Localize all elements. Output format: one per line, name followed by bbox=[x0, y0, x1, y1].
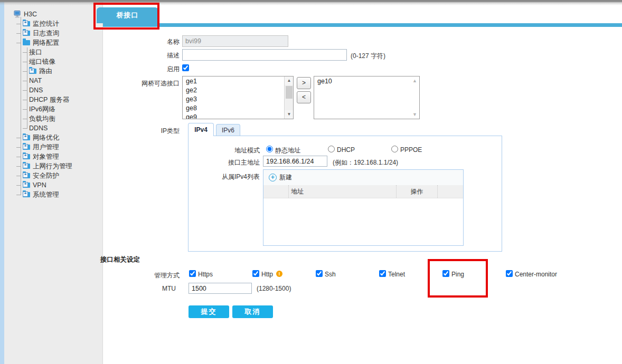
table-header: 地址 操作 bbox=[263, 185, 463, 198]
sidebar-item-nat[interactable]: NAT bbox=[13, 76, 103, 85]
folder-plus-icon bbox=[23, 145, 30, 150]
sidebar-item-interface[interactable]: 接口 bbox=[13, 47, 103, 57]
primary-addr-input[interactable] bbox=[263, 156, 327, 167]
bridge-ports-label: 网桥可选接口 bbox=[127, 79, 180, 88]
radio-dhcp-label[interactable]: DHCP bbox=[337, 146, 355, 154]
mtu-input[interactable] bbox=[189, 283, 252, 294]
list-item[interactable]: ge2 bbox=[183, 86, 284, 95]
checkbox-https[interactable] bbox=[189, 270, 196, 277]
sidebar-item-port-mirror[interactable]: 端口镜像 bbox=[13, 57, 103, 66]
top-shadow bbox=[0, 0, 622, 5]
mtu-label: MTU bbox=[123, 285, 176, 292]
remove-port-button[interactable]: < bbox=[297, 91, 311, 103]
cancel-button[interactable]: 取消 bbox=[232, 305, 273, 318]
sidebar-item-log-query[interactable]: 日志查询 bbox=[13, 28, 103, 38]
checkbox-https-label[interactable]: Https bbox=[198, 271, 213, 278]
column-address: 地址 bbox=[289, 185, 397, 198]
nav-tree: H3C 监控统计 日志查询 网络配置 接口 端口镜像 路由 bbox=[4, 9, 103, 199]
checkbox-ssh[interactable] bbox=[316, 270, 323, 277]
sidebar-item-dhcp-server[interactable]: DHCP 服务器 bbox=[13, 95, 103, 104]
sidebar-item-network-config[interactable]: 网络配置 bbox=[13, 38, 103, 47]
annotation-box-ping bbox=[428, 259, 488, 298]
sidebar-item-object-mgmt[interactable]: 对象管理 bbox=[13, 152, 103, 161]
radio-pppoe-label[interactable]: PPPOE bbox=[400, 146, 422, 154]
mgmt-label: 管理方式 bbox=[127, 271, 180, 280]
folder-plus-icon bbox=[23, 183, 30, 188]
folder-plus-icon bbox=[23, 192, 30, 197]
sidebar-item-user-mgmt[interactable]: 用户管理 bbox=[13, 142, 103, 152]
new-button[interactable]: 新建 bbox=[263, 170, 463, 185]
list-item[interactable]: ge3 bbox=[183, 95, 284, 104]
checkbox-center-monitor[interactable] bbox=[506, 270, 513, 277]
folder-plus-icon bbox=[23, 31, 30, 36]
sidebar-item-vpn[interactable]: VPN bbox=[13, 180, 103, 190]
tab-underline-bar bbox=[103, 23, 622, 27]
radio-dhcp[interactable] bbox=[328, 146, 335, 152]
radio-static-label[interactable]: 静态地址 bbox=[275, 146, 300, 155]
scroll-down-icon[interactable]: ▼ bbox=[285, 110, 294, 119]
primary-addr-label: 接口主地址 bbox=[207, 158, 260, 167]
enable-checkbox[interactable] bbox=[182, 64, 189, 71]
name-input bbox=[182, 35, 288, 47]
sidebar-item-load-balance[interactable]: 负载均衡 bbox=[13, 114, 103, 123]
list-item[interactable]: ge8 bbox=[183, 104, 284, 113]
sidebar-item-system-mgmt[interactable]: 系统管理 bbox=[13, 190, 103, 199]
column-operation: 操作 bbox=[397, 185, 438, 198]
folder-plus-icon bbox=[29, 69, 36, 74]
tab-bridge-interface[interactable]: 桥接口 bbox=[97, 7, 158, 23]
scroll-up-icon: ▲ bbox=[412, 78, 417, 83]
add-port-button[interactable]: > bbox=[297, 77, 311, 89]
sidebar-item-security[interactable]: 安全防护 bbox=[13, 171, 103, 180]
mtu-hint: (1280-1500) bbox=[257, 285, 291, 292]
folder-plus-icon bbox=[23, 135, 30, 140]
available-ports-listbox[interactable]: ge1 ge2 ge3 ge8 ge9 ▲ ▼ bbox=[182, 76, 294, 119]
selected-ports-listbox[interactable]: ge10 ▲ ▼ bbox=[314, 76, 420, 119]
folder-plus-icon bbox=[23, 21, 30, 26]
tree-root-h3c[interactable]: H3C bbox=[13, 9, 103, 19]
list-item[interactable]: ge10 bbox=[314, 77, 410, 86]
sidebar: H3C 监控统计 日志查询 网络配置 接口 端口镜像 路由 bbox=[4, 0, 103, 364]
scroll-up-icon[interactable]: ▲ bbox=[285, 76, 294, 85]
submit-button[interactable]: 提交 bbox=[189, 305, 229, 318]
plus-circle-icon bbox=[269, 174, 277, 181]
checkbox-ssh-label[interactable]: Ssh bbox=[325, 271, 336, 278]
ip-type-label: IP类型 bbox=[127, 127, 180, 136]
scrollbar[interactable]: ▲ ▼ bbox=[284, 76, 293, 119]
secondary-list-label: 从属IPv4列表 bbox=[207, 173, 260, 181]
sidebar-item-behavior-mgmt[interactable]: 上网行为管理 bbox=[13, 161, 103, 171]
sidebar-item-monitor-stats[interactable]: 监控统计 bbox=[13, 19, 103, 28]
checkbox-http[interactable] bbox=[252, 270, 259, 277]
secondary-ipv4-table: 新建 地址 操作 bbox=[263, 169, 464, 246]
sidebar-item-network-optimize[interactable]: 网络优化 bbox=[13, 133, 103, 142]
desc-hint: (0-127 字符) bbox=[351, 52, 385, 61]
desc-input[interactable] bbox=[182, 49, 347, 61]
checkbox-http-label[interactable]: Http bbox=[261, 271, 273, 278]
sidebar-item-route[interactable]: 路由 bbox=[13, 66, 103, 76]
tab-ipv4[interactable]: IPv4 bbox=[188, 123, 214, 136]
sidebar-item-ipv6-network[interactable]: IPv6网络 bbox=[13, 104, 103, 114]
radio-pppoe[interactable] bbox=[391, 146, 398, 152]
computer-icon bbox=[13, 11, 21, 18]
list-item[interactable]: ge9 bbox=[183, 113, 284, 119]
tab-ipv6[interactable]: IPv6 bbox=[216, 124, 240, 136]
enable-label: 启用 bbox=[127, 65, 180, 74]
warning-icon: ! bbox=[276, 271, 282, 277]
folder-plus-icon bbox=[23, 164, 30, 169]
primary-addr-hint: (例如：192.168.1.1/24) bbox=[333, 158, 398, 167]
tree-root-label: H3C bbox=[24, 11, 37, 18]
name-label: 名称 bbox=[127, 37, 180, 46]
new-button-label: 新建 bbox=[279, 173, 292, 182]
checkbox-telnet[interactable] bbox=[379, 270, 386, 277]
checkbox-ping[interactable] bbox=[442, 270, 449, 277]
checkbox-telnet-label[interactable]: Telnet bbox=[388, 271, 405, 278]
left-edge-strip bbox=[0, 0, 4, 364]
folder-plus-icon bbox=[23, 154, 30, 159]
scrollbar-thumb[interactable] bbox=[286, 86, 293, 99]
checkbox-ping-label[interactable]: Ping bbox=[451, 271, 464, 278]
page: H3C 监控统计 日志查询 网络配置 接口 端口镜像 路由 bbox=[0, 0, 622, 364]
list-item[interactable]: ge1 bbox=[183, 77, 284, 86]
sidebar-item-ddns[interactable]: DDNS bbox=[13, 123, 103, 133]
checkbox-center-monitor-label[interactable]: Center-monitor bbox=[515, 271, 557, 278]
sidebar-item-dns[interactable]: DNS bbox=[13, 85, 103, 95]
radio-static[interactable] bbox=[266, 146, 273, 152]
